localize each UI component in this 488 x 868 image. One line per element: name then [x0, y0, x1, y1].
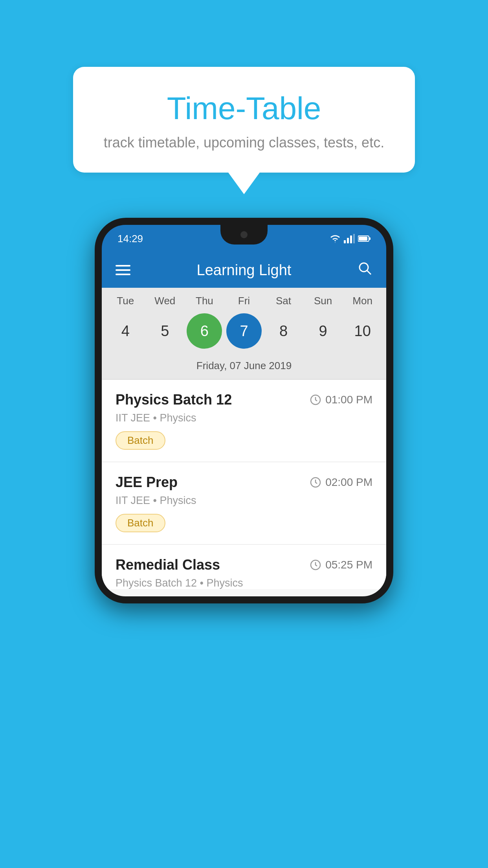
app-title: Learning Light — [197, 262, 292, 279]
clock-icon-1 — [310, 394, 321, 406]
status-time: 14:29 — [117, 233, 143, 245]
cal-date-4[interactable]: 4 — [108, 313, 143, 349]
cal-date-9[interactable]: 9 — [305, 313, 341, 349]
cal-date-5[interactable]: 5 — [147, 313, 183, 349]
cal-date-8[interactable]: 8 — [266, 313, 301, 349]
svg-rect-1 — [347, 238, 349, 243]
svg-rect-3 — [353, 234, 355, 243]
phone-mockup: 14:29 — [95, 218, 393, 603]
status-icons — [330, 234, 371, 243]
svg-rect-6 — [359, 237, 367, 241]
schedule-title-3: Remedial Class — [116, 557, 220, 573]
page-subtitle: track timetable, upcoming classes, tests… — [97, 134, 391, 151]
speech-bubble: Time-Table track timetable, upcoming cla… — [73, 67, 415, 173]
batch-badge-2: Batch — [116, 514, 165, 532]
cal-date-6-today[interactable]: 6 — [187, 313, 222, 349]
schedule-item-3[interactable]: Remedial Class 05:25 PM Physics Batch 12… — [102, 545, 386, 589]
app-screen: Learning Light Tue Wed Thu Fri Sat Sun M… — [102, 252, 386, 596]
day-label-sat: Sat — [266, 295, 301, 307]
cal-date-10[interactable]: 10 — [345, 313, 380, 349]
battery-icon — [358, 235, 371, 242]
notch — [220, 225, 268, 245]
schedule-title-2: JEE Prep — [116, 474, 178, 491]
signal-icon — [344, 234, 355, 243]
time-value-3: 05:25 PM — [325, 559, 372, 571]
schedule-time-2: 02:00 PM — [310, 476, 372, 489]
schedule-time-1: 01:00 PM — [310, 394, 372, 406]
status-bar: 14:29 — [102, 225, 386, 252]
batch-badge-1: Batch — [116, 431, 165, 450]
calendar-dates: 4 5 6 7 8 9 10 — [102, 310, 386, 356]
schedule-subtitle-2: IIT JEE • Physics — [116, 495, 372, 507]
schedule-item-1[interactable]: Physics Batch 12 01:00 PM IIT JEE • Phys… — [102, 380, 386, 462]
app-toolbar: Learning Light — [102, 252, 386, 288]
svg-rect-2 — [350, 235, 352, 243]
schedule-item-2-header: JEE Prep 02:00 PM — [116, 474, 372, 491]
svg-rect-0 — [344, 240, 346, 243]
menu-button[interactable] — [116, 265, 130, 275]
schedule-item-1-header: Physics Batch 12 01:00 PM — [116, 392, 372, 408]
day-label-fri: Fri — [226, 295, 262, 307]
day-label-sun: Sun — [305, 295, 341, 307]
selected-date-label: Friday, 07 June 2019 — [102, 356, 386, 379]
cal-date-7-selected[interactable]: 7 — [226, 313, 262, 349]
day-label-thu: Thu — [187, 295, 222, 307]
day-label-wed: Wed — [147, 295, 183, 307]
wifi-icon — [330, 234, 341, 243]
svg-point-7 — [360, 263, 368, 272]
camera — [240, 231, 248, 238]
schedule-time-3: 05:25 PM — [310, 559, 372, 571]
schedule-item-2[interactable]: JEE Prep 02:00 PM IIT JEE • Physics Batc… — [102, 462, 386, 545]
svg-rect-5 — [369, 237, 371, 240]
search-button[interactable] — [358, 261, 372, 280]
day-label-mon: Mon — [345, 295, 380, 307]
speech-bubble-container: Time-Table track timetable, upcoming cla… — [73, 67, 415, 194]
page-title: Time-Table — [97, 90, 391, 127]
speech-bubble-tail — [228, 173, 260, 194]
svg-line-8 — [367, 270, 371, 274]
time-value-2: 02:00 PM — [325, 476, 372, 489]
day-label-tue: Tue — [108, 295, 143, 307]
schedule-item-3-header: Remedial Class 05:25 PM — [116, 557, 372, 573]
phone-frame: 14:29 — [95, 218, 393, 603]
time-value-1: 01:00 PM — [325, 394, 372, 406]
schedule-subtitle-1: IIT JEE • Physics — [116, 412, 372, 424]
calendar-day-labels: Tue Wed Thu Fri Sat Sun Mon — [102, 288, 386, 310]
clock-icon-2 — [310, 476, 321, 488]
schedule-subtitle-3: Physics Batch 12 • Physics — [116, 577, 372, 589]
schedule-title-1: Physics Batch 12 — [116, 392, 232, 408]
clock-icon-3 — [310, 559, 321, 571]
